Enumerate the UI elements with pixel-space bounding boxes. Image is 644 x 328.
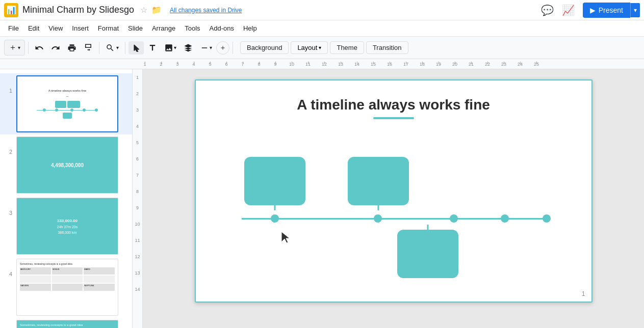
comment-button[interactable]: 💬: [539, 2, 556, 18]
image-tool-button[interactable]: ▾: [161, 41, 179, 54]
zoom-dropdown-icon: ▾: [116, 45, 119, 50]
star-icon[interactable]: ☆: [140, 5, 147, 15]
slide-thumb-1[interactable]: 1 A timeline always works fine: [0, 73, 132, 134]
undo-button[interactable]: [32, 41, 47, 54]
thumb2-text: 4,498,300,000: [51, 162, 84, 168]
slides-panel[interactable]: 1 A timeline always works fine: [0, 69, 133, 328]
line-icon: [200, 43, 209, 52]
timeline-box-2[interactable]: [348, 157, 409, 205]
timeline-box-1[interactable]: [244, 157, 305, 205]
thumb1-dot1: [43, 108, 46, 112]
thumb1-dot2: [55, 108, 58, 112]
present-icon: ▶: [590, 6, 596, 14]
thumb4-cell1: MERCURY: [20, 267, 51, 275]
ruler-mark: 21: [463, 62, 479, 67]
ruler-mark: 22: [479, 62, 496, 67]
menu-arrange[interactable]: Arrange: [148, 22, 179, 34]
ruler-mark: 6: [218, 62, 235, 67]
thumb4-cell6: [84, 276, 115, 283]
vert-mark: 1: [133, 69, 142, 86]
app-icon: 📊: [4, 3, 18, 17]
layout-button[interactable]: Layout ▾: [291, 41, 328, 54]
undo-icon: [35, 43, 44, 52]
zoom-button[interactable]: ▾: [102, 41, 122, 54]
timeline-dot-5: [543, 214, 551, 223]
thumb5-title: Sometimes, reviewing concepts is a good …: [20, 323, 115, 326]
timeline-dot-4: [501, 214, 509, 223]
slide-canvas[interactable]: A timeline always works fine: [195, 79, 593, 303]
background-button[interactable]: Background: [240, 41, 289, 54]
toolbar: ＋ ▾ ▾ ▾ ▾: [0, 37, 644, 59]
ruler-mark: 17: [398, 62, 414, 67]
menu-format[interactable]: Format: [94, 22, 123, 34]
menu-edit[interactable]: Edit: [24, 22, 43, 34]
paint-format-icon: [84, 43, 93, 52]
thumb1-line: [37, 110, 98, 111]
thumb4-cell4: [20, 276, 51, 283]
print-button[interactable]: [64, 41, 80, 54]
thumb4-cell2: VENUS: [52, 267, 83, 275]
thumb1-dot5: [95, 108, 98, 112]
toolbar-right: Background Layout ▾ Theme Transition: [240, 41, 408, 54]
thumb1-underline: [66, 96, 68, 97]
timeline-dot-3: [450, 214, 458, 223]
menu-help[interactable]: Help: [239, 22, 261, 34]
menu-view[interactable]: View: [44, 22, 67, 34]
redo-button[interactable]: [48, 41, 63, 54]
redo-icon: [51, 43, 60, 52]
print-icon: [67, 43, 76, 52]
activity-button[interactable]: 📈: [560, 2, 577, 18]
slide-thumbnail-2: 4,498,300,000: [16, 136, 118, 194]
ruler-mark: 23: [496, 62, 512, 67]
slide-thumb-2[interactable]: 2 4,498,300,000: [0, 134, 132, 196]
timeline-box-3[interactable]: [397, 230, 458, 278]
page-number: 1: [582, 290, 585, 297]
folder-icon[interactable]: 📁: [151, 5, 162, 15]
thumb3-line1: 333,000.00: [57, 218, 78, 223]
menu-tools[interactable]: Tools: [181, 22, 204, 34]
slide-number-2: 2: [4, 149, 12, 155]
vertical-ruler: 1 2 3 4 5 6 7 8 9 10 11 12 13 14: [133, 69, 143, 328]
divider-4: [233, 42, 233, 54]
save-status[interactable]: All changes saved in Drive: [170, 7, 242, 14]
menu-addons[interactable]: Add-ons: [205, 22, 238, 34]
slide-thumb-5[interactable]: 5 Sometimes, reviewing concepts is a goo…: [0, 318, 132, 328]
add-button[interactable]: ＋ ▾: [4, 40, 25, 56]
vert-mark: 12: [133, 249, 142, 265]
ruler-mark: 16: [381, 62, 398, 67]
thumb4-cell9: NEPTUNE: [84, 284, 115, 291]
vert-mark: 11: [133, 232, 142, 249]
thumb3-line2: 24h 37m 23s: [57, 225, 78, 229]
thumb4-grid: MERCURY VENUS MARS SATURN NEPTUNE: [20, 267, 115, 291]
shape-tool-button[interactable]: [181, 41, 196, 54]
present-button[interactable]: ▶ Present: [583, 3, 630, 18]
ruler-mark: 13: [332, 62, 349, 67]
slide-thumb-3[interactable]: 3 333,000.00 24h 37m 23s 386,000 km: [0, 196, 132, 257]
select-tool-button[interactable]: [128, 41, 144, 54]
present-dropdown-button[interactable]: ▾: [630, 3, 640, 17]
layout-dropdown-icon: ▾: [319, 45, 321, 50]
shape-icon: [184, 43, 193, 52]
plus-circle-icon: ＋: [219, 43, 226, 52]
ruler-mark: 15: [365, 62, 381, 67]
vert-mark: 13: [133, 265, 142, 281]
vert-mark: 9: [133, 200, 142, 216]
more-tool-button[interactable]: ＋: [216, 41, 229, 54]
slide-thumbnail-3: 333,000.00 24h 37m 23s 386,000 km: [16, 198, 118, 255]
slide-thumb-4[interactable]: 4 Sometimes, reviewing concepts is a goo…: [0, 257, 132, 318]
theme-button[interactable]: Theme: [330, 41, 364, 54]
ruler-mark: 7: [235, 62, 251, 67]
paint-format-button[interactable]: [81, 41, 96, 54]
thumb1-row-top: [21, 101, 113, 108]
document-title[interactable]: Minimal Charm by Slidesgo: [22, 5, 134, 15]
menu-file[interactable]: File: [4, 22, 23, 34]
thumb4-title: Sometimes, reviewing concepts is a good …: [20, 262, 115, 265]
menu-slide[interactable]: Slide: [124, 22, 147, 34]
text-tool-button[interactable]: [145, 41, 160, 54]
line-tool-button[interactable]: ▾: [197, 41, 215, 54]
transition-button[interactable]: Transition: [366, 41, 408, 54]
ruler: 1 2 3 4 5 6 7 8 9 10 11 12 13 14 15 16 1…: [0, 59, 644, 69]
canvas-area[interactable]: A timeline always works fine: [143, 69, 644, 328]
app-icon-symbol: 📊: [6, 5, 16, 15]
menu-insert[interactable]: Insert: [68, 22, 93, 34]
